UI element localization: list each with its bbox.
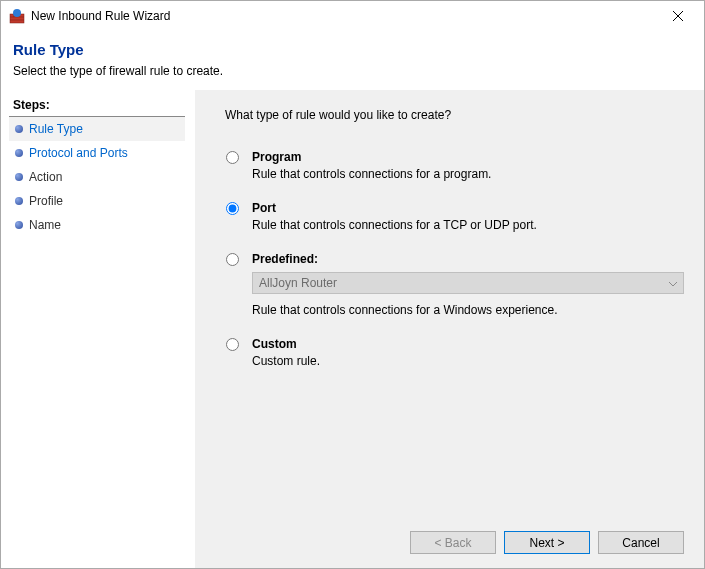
wizard-window: New Inbound Rule Wizard Rule Type Select… <box>0 0 705 569</box>
radio-predefined[interactable] <box>226 253 239 266</box>
titlebar: New Inbound Rule Wizard <box>1 1 704 31</box>
step-profile[interactable]: Profile <box>9 189 185 213</box>
bullet-icon <box>15 125 23 133</box>
predefined-dropdown-value: AllJoyn Router <box>259 276 337 290</box>
option-program: Program Rule that controls connections f… <box>221 150 684 181</box>
option-program-desc: Rule that controls connections for a pro… <box>252 167 684 181</box>
option-predefined-desc: Rule that controls connections for a Win… <box>252 303 684 317</box>
steps-header: Steps: <box>9 98 185 117</box>
radio-custom[interactable] <box>226 338 239 351</box>
close-button[interactable] <box>658 2 698 30</box>
step-label: Name <box>29 218 61 232</box>
window-title: New Inbound Rule Wizard <box>31 9 170 23</box>
bullet-icon <box>15 149 23 157</box>
step-name[interactable]: Name <box>9 213 185 237</box>
step-action[interactable]: Action <box>9 165 185 189</box>
option-custom: Custom Custom rule. <box>221 337 684 368</box>
step-label: Rule Type <box>29 122 83 136</box>
radio-program[interactable] <box>226 151 239 164</box>
option-predefined: Predefined: AllJoyn Router Rule that con… <box>221 252 684 317</box>
bullet-icon <box>15 173 23 181</box>
steps-sidebar: Steps: Rule Type Protocol and Ports Acti… <box>1 90 195 568</box>
window-title-wrap: New Inbound Rule Wizard <box>9 8 658 24</box>
wizard-header: Rule Type Select the type of firewall ru… <box>1 31 704 90</box>
step-label: Protocol and Ports <box>29 146 128 160</box>
option-port-desc: Rule that controls connections for a TCP… <box>252 218 684 232</box>
prompt-text: What type of rule would you like to crea… <box>215 108 684 122</box>
cancel-button[interactable]: Cancel <box>598 531 684 554</box>
option-custom-label: Custom <box>252 337 684 351</box>
next-button[interactable]: Next > <box>504 531 590 554</box>
firewall-app-icon <box>9 8 25 24</box>
option-program-label: Program <box>252 150 684 164</box>
option-custom-desc: Custom rule. <box>252 354 684 368</box>
step-rule-type[interactable]: Rule Type <box>9 117 185 141</box>
close-icon <box>673 11 683 21</box>
main-panel: What type of rule would you like to crea… <box>195 90 704 568</box>
step-label: Action <box>29 170 62 184</box>
radio-port[interactable] <box>226 202 239 215</box>
wizard-footer: < Back Next > Cancel <box>215 519 684 568</box>
option-predefined-label: Predefined: <box>252 252 684 266</box>
page-subtitle: Select the type of firewall rule to crea… <box>13 64 692 78</box>
chevron-down-icon <box>669 276 677 290</box>
back-button: < Back <box>410 531 496 554</box>
svg-rect-7 <box>15 12 20 15</box>
rule-type-options: Program Rule that controls connections f… <box>215 150 684 388</box>
bullet-icon <box>15 221 23 229</box>
wizard-body: Steps: Rule Type Protocol and Ports Acti… <box>1 90 704 568</box>
step-protocol-and-ports[interactable]: Protocol and Ports <box>9 141 185 165</box>
option-port-label: Port <box>252 201 684 215</box>
page-title: Rule Type <box>13 41 692 58</box>
predefined-dropdown: AllJoyn Router <box>252 272 684 294</box>
option-port: Port Rule that controls connections for … <box>221 201 684 232</box>
step-label: Profile <box>29 194 63 208</box>
bullet-icon <box>15 197 23 205</box>
